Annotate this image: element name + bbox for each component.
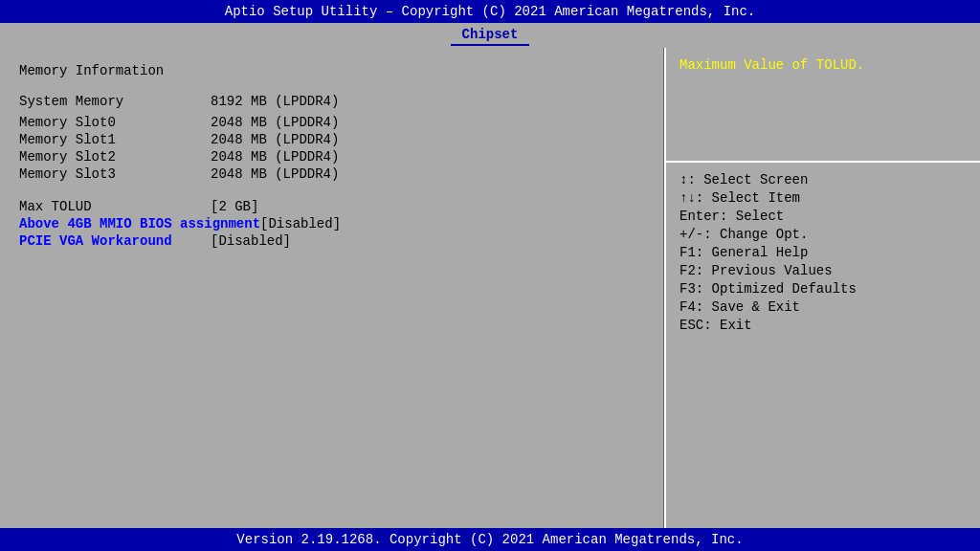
config-value: [Disabled] [260,216,341,231]
info-label: System Memory [19,94,211,109]
nav-line: ESC: Exit [679,318,967,333]
nav-line: ↕: Select Screen [679,172,967,187]
info-label: Memory Slot1 [19,132,211,147]
nav-line: Enter: Select [679,209,967,224]
header-title: Aptio Setup Utility – Copyright (C) 2021… [225,4,756,19]
info-value: 2048 MB (LPDDR4) [211,166,339,182]
right-panel: Maximum Value of TOLUD. ↕: Select Screen… [664,48,980,528]
config-label: PCIE VGA Workaround [19,233,211,249]
info-value: 2048 MB (LPDDR4) [211,132,339,147]
info-label: Memory Slot0 [19,115,211,130]
header-bar: Aptio Setup Utility – Copyright (C) 2021… [0,0,980,23]
nav-line: F2: Previous Values [679,263,967,278]
section-title: Memory Information [19,63,644,78]
nav-line: +/-: Change Opt. [679,227,967,242]
nav-help: ↕: Select Screen↑↓: Select ItemEnter: Se… [666,163,980,528]
config-label: Max TOLUD [19,199,211,214]
info-value: 2048 MB (LPDDR4) [211,115,339,130]
info-row: Memory Slot22048 MB (LPDDR4) [19,149,644,165]
info-row: Memory Slot32048 MB (LPDDR4) [19,166,644,182]
config-label: Above 4GB MMIO BIOS assignment [19,216,260,231]
footer-text: Version 2.19.1268. Copyright (C) 2021 Am… [236,532,743,547]
config-row[interactable]: PCIE VGA Workaround[Disabled] [19,233,644,249]
info-row: Memory Slot02048 MB (LPDDR4) [19,115,644,130]
info-row: System Memory8192 MB (LPDDR4) [19,94,644,109]
help-text: Maximum Value of TOLUD. [679,57,864,73]
info-value: 2048 MB (LPDDR4) [211,149,339,165]
info-label: Memory Slot3 [19,166,211,182]
help-box: Maximum Value of TOLUD. [666,48,980,163]
config-value: [Disabled] [211,233,291,249]
config-row[interactable]: Above 4GB MMIO BIOS assignment[Disabled] [19,216,644,231]
info-row: Memory Slot12048 MB (LPDDR4) [19,132,644,147]
config-value: [2 GB] [211,199,258,214]
footer-bar: Version 2.19.1268. Copyright (C) 2021 Am… [0,528,980,551]
info-label: Memory Slot2 [19,149,211,165]
config-rows: Max TOLUD[2 GB]Above 4GB MMIO BIOS assig… [19,199,644,249]
nav-line: F1: General Help [679,245,967,260]
info-value: 8192 MB (LPDDR4) [211,94,339,109]
info-rows: System Memory8192 MB (LPDDR4)Memory Slot… [19,94,644,182]
tab-row: Chipset [0,23,980,48]
left-panel: Memory Information System Memory8192 MB … [0,48,664,528]
config-row: Max TOLUD[2 GB] [19,199,644,214]
nav-line: F4: Save & Exit [679,299,967,315]
nav-line: ↑↓: Select Item [679,190,967,206]
nav-line: F3: Optimized Defaults [679,281,967,297]
tab-chipset[interactable]: Chipset [451,25,530,46]
main-area: Memory Information System Memory8192 MB … [0,48,980,528]
